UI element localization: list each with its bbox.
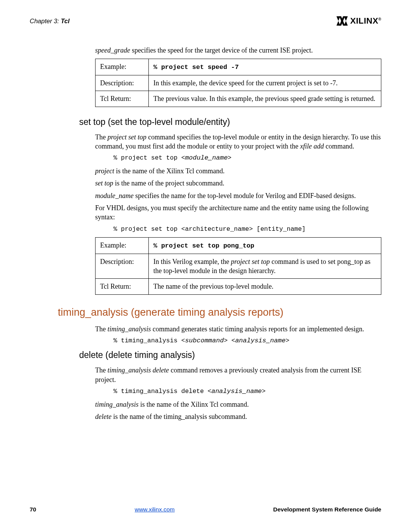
example-code: % project set top pong_top <box>149 237 381 254</box>
set-top-p4: module_name specifies the name for the t… <box>95 191 381 200</box>
guide-name: Development System Reference Guide <box>273 506 381 514</box>
page-number: 70 <box>30 506 36 514</box>
page-content: Chapter 3: Tcl XILINX® speed_grade speci… <box>30 15 381 425</box>
page-header: Chapter 3: Tcl XILINX® <box>30 15 381 27</box>
set-top-p1: The project set top command specifies th… <box>95 133 381 151</box>
page-footer: 70 www.xilinx.com Development System Ref… <box>30 506 381 514</box>
set-top-section: The project set top command specifies th… <box>30 133 381 295</box>
set-top-p2: project is the name of the Xilinx Tcl co… <box>95 166 381 176</box>
table-row: Example: % project set top pong_top <box>96 237 381 254</box>
footer-url-link[interactable]: www.xilinx.com <box>135 506 175 514</box>
speed-grade-section: speed_grade specifies the speed for the … <box>30 46 381 107</box>
chapter-title: Tcl <box>61 18 70 24</box>
desc-label: Description: <box>96 75 149 91</box>
set-top-code1: % project set top <module_name> <box>113 154 381 163</box>
table-row: Tcl Return: The name of the previous top… <box>96 279 381 294</box>
set-top-table: Example: % project set top pong_top Desc… <box>95 237 381 295</box>
desc-text: In this Verilog example, the project set… <box>149 254 381 279</box>
set-top-p3: set top is the name of the project subco… <box>95 179 381 188</box>
delete-p3: delete is the name of the timing_analysi… <box>95 412 381 421</box>
timing-code1: % timing_analysis <subcommand> <analysis… <box>113 337 381 345</box>
delete-p2: timing_analysis is the name of the Xilin… <box>95 400 381 409</box>
example-label: Example: <box>96 237 149 254</box>
set-top-code2: % project set top <architecture_name> [e… <box>113 225 381 233</box>
set-top-p5: For VHDL designs, you must specify the a… <box>95 203 381 222</box>
example-code: % project set speed -7 <box>149 59 381 75</box>
delete-code1: % timing_analysis delete <analysis_name> <box>113 387 381 396</box>
speed-grade-table: Example: % project set speed -7 Descript… <box>95 59 381 107</box>
speed-grade-intro: speed_grade specifies the speed for the … <box>95 46 381 55</box>
delete-section: The timing_analysis delete command remov… <box>30 366 381 421</box>
desc-text: In this example, the device speed for th… <box>149 75 381 91</box>
ret-text: The name of the previous top-level modul… <box>149 279 381 294</box>
xilinx-x-icon <box>336 16 349 26</box>
desc-label: Description: <box>96 254 149 279</box>
timing-analysis-section: The timing_analysis command generates st… <box>30 324 381 345</box>
chapter-prefix: Chapter 3: <box>30 18 59 24</box>
timing-analysis-heading: timing_analysis (generate timing analysi… <box>58 305 381 319</box>
ret-label: Tcl Return: <box>96 91 149 107</box>
delete-heading: delete (delete timing analysis) <box>79 349 381 361</box>
brand-text: XILINX® <box>350 15 381 27</box>
table-row: Description: In this Verilog example, th… <box>96 254 381 279</box>
ret-label: Tcl Return: <box>96 279 149 294</box>
example-label: Example: <box>96 59 149 75</box>
xilinx-logo: XILINX® <box>336 15 381 27</box>
table-row: Description: In this example, the device… <box>96 75 381 91</box>
chapter-label: Chapter 3: Tcl <box>30 17 70 25</box>
table-row: Tcl Return: The previous value. In this … <box>96 91 381 107</box>
timing-p1: The timing_analysis command generates st… <box>95 324 381 334</box>
ret-text: The previous value. In this example, the… <box>149 91 381 107</box>
delete-p1: The timing_analysis delete command remov… <box>95 366 381 384</box>
set-top-heading: set top (set the top-level module/entity… <box>79 116 381 128</box>
table-row: Example: % project set speed -7 <box>96 59 381 75</box>
